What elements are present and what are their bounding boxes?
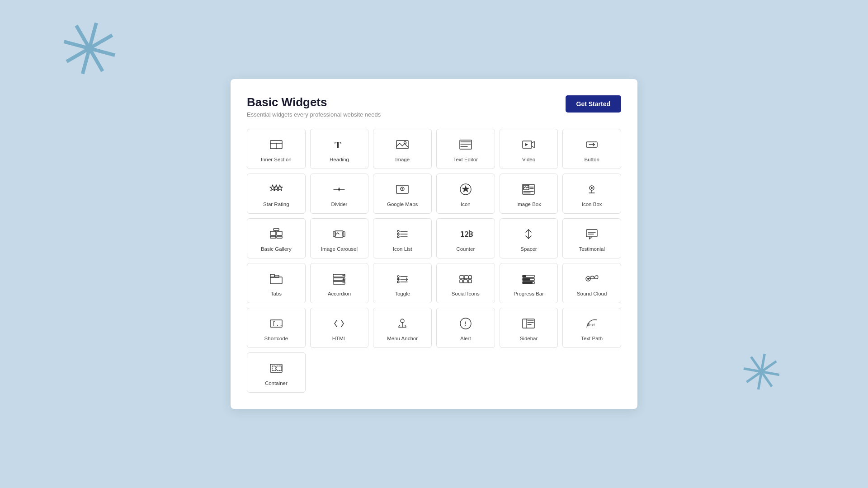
- icon-list-icon: [394, 226, 410, 242]
- svg-rect-83: [523, 282, 533, 284]
- widget-star-rating[interactable]: Star Rating: [247, 174, 306, 214]
- basic-gallery-icon: [268, 226, 284, 242]
- widget-label: HTML: [332, 335, 346, 342]
- widget-accordion[interactable]: Accordion: [310, 263, 369, 303]
- widget-image-box[interactable]: Image Box: [500, 174, 558, 214]
- widget-counter[interactable]: 123 Counter: [436, 218, 495, 258]
- inner-section-icon: [268, 136, 284, 153]
- svg-rect-73: [464, 276, 468, 279]
- svg-rect-95: [523, 319, 534, 328]
- widget-label: Counter: [456, 246, 475, 253]
- widget-google-maps[interactable]: Google Maps: [373, 174, 432, 214]
- svg-point-31: [591, 187, 593, 189]
- widget-label: Container: [265, 380, 288, 387]
- widget-divider[interactable]: Divider: [310, 174, 369, 214]
- widget-sidebar[interactable]: Sidebar: [500, 308, 558, 348]
- widget-testimonial[interactable]: Testimonial: [562, 218, 621, 258]
- svg-rect-79: [523, 275, 526, 277]
- widget-inner-section[interactable]: Inner Section: [247, 129, 306, 169]
- spacer-icon: [520, 226, 537, 242]
- widget-label: Accordion: [328, 291, 351, 297]
- widget-label: Image Carousel: [321, 246, 358, 253]
- widgets-grid: Inner Section T Heading Image Text Edito…: [247, 129, 621, 393]
- widget-video[interactable]: Video: [500, 129, 558, 169]
- sidebar-icon: [520, 315, 537, 332]
- widget-text-path[interactable]: Text Text Path: [562, 308, 621, 348]
- widget-container[interactable]: Container: [247, 352, 306, 393]
- svg-rect-103: [277, 366, 282, 371]
- page-subtitle: Essential widgets every professional web…: [247, 111, 381, 118]
- widget-tabs[interactable]: Tabs: [247, 263, 306, 303]
- testimonial-icon: [584, 226, 600, 242]
- widget-progress-bar[interactable]: Progress Bar: [500, 263, 558, 303]
- sound-cloud-icon: [584, 271, 600, 287]
- widget-image[interactable]: Image: [373, 129, 432, 169]
- svg-rect-54: [270, 277, 282, 284]
- svg-rect-51: [586, 230, 597, 237]
- icon-icon: [458, 181, 474, 197]
- widget-shortcode[interactable]: [...] Shortcode: [247, 308, 306, 348]
- heading-icon: T: [331, 136, 347, 153]
- svg-point-94: [465, 325, 466, 326]
- svg-rect-102: [272, 366, 276, 371]
- page-title: Basic Widgets: [247, 95, 381, 109]
- card-header: Basic Widgets Essential widgets every pr…: [247, 95, 621, 118]
- widget-label: Text Editor: [453, 156, 478, 163]
- widget-icon-box[interactable]: Icon Box: [562, 174, 621, 214]
- widget-icon-list[interactable]: Icon List: [373, 218, 432, 258]
- widget-label: Text Path: [581, 335, 603, 342]
- button-icon: [584, 136, 600, 153]
- svg-rect-38: [274, 229, 279, 230]
- widget-social-icons[interactable]: Social Icons: [436, 263, 495, 303]
- widget-basic-gallery[interactable]: Basic Gallery: [247, 218, 306, 258]
- widget-label: Sound Cloud: [577, 291, 607, 297]
- widget-icon[interactable]: Icon: [436, 174, 495, 214]
- widget-image-carousel[interactable]: Image Carousel: [310, 218, 369, 258]
- svg-point-89: [401, 319, 404, 323]
- svg-point-66: [397, 278, 399, 280]
- html-icon: [331, 315, 347, 332]
- widget-menu-anchor[interactable]: Menu Anchor: [373, 308, 432, 348]
- widget-label: Basic Gallery: [261, 246, 292, 253]
- widget-label: Menu Anchor: [387, 335, 418, 342]
- widget-label: Testimonial: [579, 246, 605, 253]
- star-rating-icon: [268, 181, 284, 197]
- widget-heading[interactable]: T Heading: [310, 129, 369, 169]
- google-maps-icon: [394, 181, 410, 197]
- svg-marker-23: [462, 186, 469, 192]
- widget-button[interactable]: Button: [562, 129, 621, 169]
- svg-point-46: [397, 236, 399, 238]
- get-started-button[interactable]: Get Started: [566, 95, 621, 113]
- card-title-group: Basic Widgets Essential widgets every pr…: [247, 95, 381, 118]
- widget-label: Icon: [461, 201, 471, 208]
- counter-icon: 123: [458, 226, 474, 242]
- image-carousel-icon: [331, 226, 347, 242]
- widget-label: Inner Section: [261, 156, 292, 163]
- svg-rect-37: [277, 236, 282, 238]
- social-icons-icon: [458, 271, 474, 287]
- svg-rect-35: [277, 231, 282, 235]
- svg-rect-77: [468, 280, 472, 283]
- svg-marker-18: [338, 187, 340, 192]
- widget-html[interactable]: HTML: [310, 308, 369, 348]
- video-icon: [520, 136, 537, 153]
- widget-spacer[interactable]: Spacer: [500, 218, 558, 258]
- svg-point-44: [397, 233, 399, 235]
- divider-icon: [331, 181, 347, 197]
- svg-point-5: [404, 142, 406, 144]
- widget-toggle[interactable]: Toggle: [373, 263, 432, 303]
- widget-sound-cloud[interactable]: Sound Cloud: [562, 263, 621, 303]
- toggle-icon: [394, 271, 410, 287]
- svg-point-64: [397, 276, 399, 277]
- widget-label: Social Icons: [452, 291, 480, 297]
- svg-rect-34: [270, 231, 276, 235]
- svg-rect-76: [463, 280, 467, 283]
- widget-text-editor[interactable]: Text Editor: [436, 129, 495, 169]
- svg-text:[...]: [...]: [272, 320, 283, 327]
- widget-alert[interactable]: Alert: [436, 308, 495, 348]
- svg-rect-72: [460, 276, 464, 279]
- text-editor-icon: [458, 136, 474, 153]
- icon-box-icon: [584, 181, 600, 197]
- image-icon: [394, 136, 410, 153]
- decorative-asterisk-right: ✳: [736, 345, 786, 401]
